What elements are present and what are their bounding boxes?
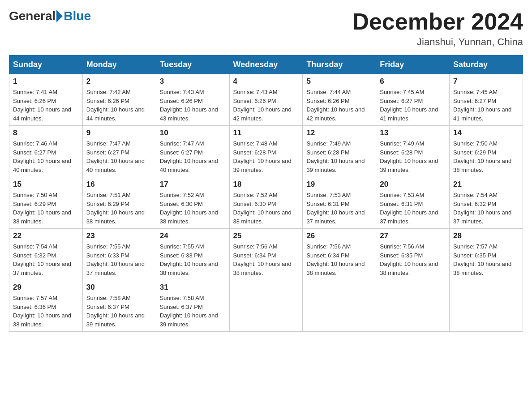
calendar-table: SundayMondayTuesdayWednesdayThursdayFrid… [9,55,523,332]
day-number: 8 [13,128,79,137]
weekday-header-monday: Monday [82,56,156,74]
calendar-week-row: 15Sunrise: 7:50 AMSunset: 6:29 PMDayligh… [9,177,523,229]
calendar-cell [376,280,450,332]
calendar-cell: 4Sunrise: 7:43 AMSunset: 6:26 PMDaylight… [229,74,303,126]
day-info: Sunrise: 7:55 AMSunset: 6:33 PMDaylight:… [86,242,152,277]
calendar-cell: 24Sunrise: 7:55 AMSunset: 6:33 PMDayligh… [156,229,229,280]
calendar-cell: 1Sunrise: 7:41 AMSunset: 6:26 PMDaylight… [9,74,83,126]
day-info: Sunrise: 7:57 AMSunset: 6:35 PMDaylight:… [453,242,519,277]
weekday-header-wednesday: Wednesday [229,56,303,74]
day-info: Sunrise: 7:49 AMSunset: 6:28 PMDaylight:… [306,139,372,174]
calendar-cell: 18Sunrise: 7:52 AMSunset: 6:30 PMDayligh… [229,177,303,229]
calendar-cell: 26Sunrise: 7:56 AMSunset: 6:34 PMDayligh… [303,229,376,280]
day-info: Sunrise: 7:43 AMSunset: 6:26 PMDaylight:… [160,88,226,123]
logo-general-text: General [9,9,56,23]
day-number: 28 [453,231,519,240]
day-info: Sunrise: 7:55 AMSunset: 6:33 PMDaylight:… [160,242,226,277]
day-number: 6 [380,77,446,86]
day-info: Sunrise: 7:52 AMSunset: 6:30 PMDaylight:… [233,191,299,226]
day-number: 11 [233,128,299,137]
weekday-header-tuesday: Tuesday [156,56,229,74]
day-number: 17 [160,180,226,189]
day-info: Sunrise: 7:47 AMSunset: 6:27 PMDaylight:… [86,139,152,174]
day-number: 15 [13,180,79,189]
logo-arrow-icon [56,10,63,22]
day-number: 4 [233,77,299,86]
calendar-cell: 30Sunrise: 7:58 AMSunset: 6:37 PMDayligh… [82,280,156,332]
day-info: Sunrise: 7:52 AMSunset: 6:30 PMDaylight:… [160,191,226,226]
day-number: 29 [13,283,79,292]
day-info: Sunrise: 7:53 AMSunset: 6:31 PMDaylight:… [306,191,372,226]
day-info: Sunrise: 7:42 AMSunset: 6:26 PMDaylight:… [86,88,152,123]
calendar-week-row: 22Sunrise: 7:54 AMSunset: 6:32 PMDayligh… [9,229,523,280]
calendar-cell [229,280,303,332]
calendar-cell: 29Sunrise: 7:57 AMSunset: 6:36 PMDayligh… [9,280,83,332]
calendar-cell: 5Sunrise: 7:44 AMSunset: 6:26 PMDaylight… [303,74,376,126]
calendar-cell: 27Sunrise: 7:56 AMSunset: 6:35 PMDayligh… [376,229,450,280]
day-number: 1 [13,77,79,86]
calendar-title: December 2024 [352,9,523,34]
calendar-cell: 3Sunrise: 7:43 AMSunset: 6:26 PMDaylight… [156,74,229,126]
calendar-week-row: 1Sunrise: 7:41 AMSunset: 6:26 PMDaylight… [9,74,523,126]
calendar-cell: 6Sunrise: 7:45 AMSunset: 6:27 PMDaylight… [376,74,450,126]
day-number: 31 [160,283,226,292]
day-number: 18 [233,180,299,189]
weekday-header-row: SundayMondayTuesdayWednesdayThursdayFrid… [9,56,523,74]
calendar-cell: 28Sunrise: 7:57 AMSunset: 6:35 PMDayligh… [450,229,523,280]
calendar-cell: 12Sunrise: 7:49 AMSunset: 6:28 PMDayligh… [303,126,376,177]
day-number: 14 [453,128,519,137]
day-info: Sunrise: 7:48 AMSunset: 6:28 PMDaylight:… [233,139,299,174]
calendar-cell: 9Sunrise: 7:47 AMSunset: 6:27 PMDaylight… [82,126,156,177]
day-info: Sunrise: 7:58 AMSunset: 6:37 PMDaylight:… [160,294,226,329]
calendar-cell: 22Sunrise: 7:54 AMSunset: 6:32 PMDayligh… [9,229,83,280]
day-number: 22 [13,231,79,240]
day-number: 19 [306,180,372,189]
calendar-cell: 8Sunrise: 7:46 AMSunset: 6:27 PMDaylight… [9,126,83,177]
day-number: 13 [380,128,446,137]
calendar-subtitle: Jianshui, Yunnan, China [352,36,523,48]
calendar-cell: 7Sunrise: 7:45 AMSunset: 6:27 PMDaylight… [450,74,523,126]
day-number: 26 [306,231,372,240]
weekday-header-thursday: Thursday [303,56,376,74]
calendar-cell: 16Sunrise: 7:51 AMSunset: 6:29 PMDayligh… [82,177,156,229]
day-number: 25 [233,231,299,240]
day-info: Sunrise: 7:56 AMSunset: 6:34 PMDaylight:… [306,242,372,277]
logo: General Blue [9,9,91,23]
day-number: 23 [86,231,152,240]
calendar-cell: 25Sunrise: 7:56 AMSunset: 6:34 PMDayligh… [229,229,303,280]
day-number: 5 [306,77,372,86]
calendar-cell: 19Sunrise: 7:53 AMSunset: 6:31 PMDayligh… [303,177,376,229]
calendar-cell: 15Sunrise: 7:50 AMSunset: 6:29 PMDayligh… [9,177,83,229]
day-info: Sunrise: 7:43 AMSunset: 6:26 PMDaylight:… [233,88,299,123]
day-info: Sunrise: 7:49 AMSunset: 6:28 PMDaylight:… [380,139,446,174]
day-info: Sunrise: 7:54 AMSunset: 6:32 PMDaylight:… [453,191,519,226]
day-number: 9 [86,128,152,137]
page-header: General Blue December 2024 Jianshui, Yun… [9,9,523,48]
calendar-cell [450,280,523,332]
calendar-cell: 13Sunrise: 7:49 AMSunset: 6:28 PMDayligh… [376,126,450,177]
day-info: Sunrise: 7:57 AMSunset: 6:36 PMDaylight:… [13,294,79,329]
day-info: Sunrise: 7:45 AMSunset: 6:27 PMDaylight:… [453,88,519,123]
calendar-cell [303,280,376,332]
title-section: December 2024 Jianshui, Yunnan, China [352,9,523,48]
day-info: Sunrise: 7:50 AMSunset: 6:29 PMDaylight:… [453,139,519,174]
day-number: 27 [380,231,446,240]
day-number: 24 [160,231,226,240]
day-number: 10 [160,128,226,137]
logo-blue-text: Blue [64,9,91,23]
weekday-header-sunday: Sunday [9,56,83,74]
calendar-week-row: 8Sunrise: 7:46 AMSunset: 6:27 PMDaylight… [9,126,523,177]
day-info: Sunrise: 7:54 AMSunset: 6:32 PMDaylight:… [13,242,79,277]
day-info: Sunrise: 7:56 AMSunset: 6:34 PMDaylight:… [233,242,299,277]
calendar-cell: 2Sunrise: 7:42 AMSunset: 6:26 PMDaylight… [82,74,156,126]
day-info: Sunrise: 7:44 AMSunset: 6:26 PMDaylight:… [306,88,372,123]
weekday-header-friday: Friday [376,56,450,74]
weekday-header-saturday: Saturday [450,56,523,74]
day-info: Sunrise: 7:58 AMSunset: 6:37 PMDaylight:… [86,294,152,329]
calendar-cell: 14Sunrise: 7:50 AMSunset: 6:29 PMDayligh… [450,126,523,177]
calendar-cell: 17Sunrise: 7:52 AMSunset: 6:30 PMDayligh… [156,177,229,229]
day-number: 2 [86,77,152,86]
calendar-cell: 23Sunrise: 7:55 AMSunset: 6:33 PMDayligh… [82,229,156,280]
day-info: Sunrise: 7:50 AMSunset: 6:29 PMDaylight:… [13,191,79,226]
day-number: 20 [380,180,446,189]
